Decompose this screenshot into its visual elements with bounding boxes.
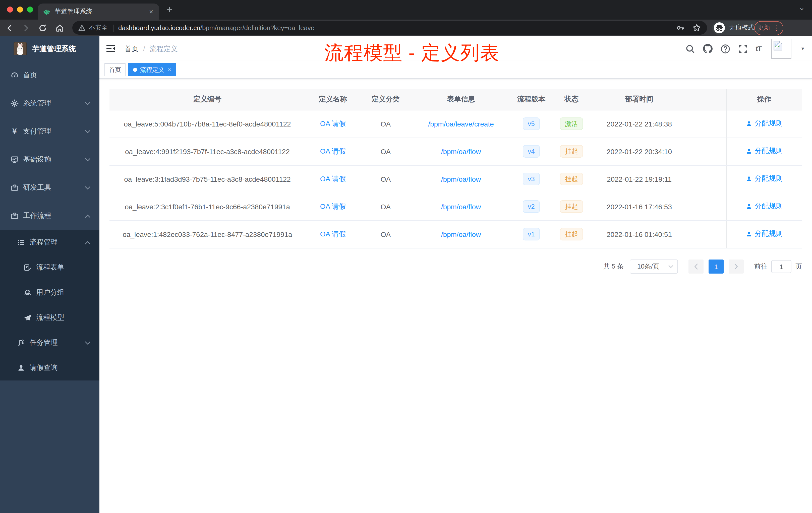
sidebar-collapse-icon[interactable] xyxy=(107,44,116,53)
definition-name-link[interactable]: OA 请假 xyxy=(320,175,346,182)
sidebar-item-label: 研发工具 xyxy=(23,183,51,192)
definition-name-link[interactable]: OA 请假 xyxy=(320,147,346,155)
tab-close-icon[interactable]: × xyxy=(148,8,154,15)
definition-name-link[interactable]: OA 请假 xyxy=(320,202,346,210)
goto-page: 前往 页 xyxy=(754,260,802,273)
sidebar-item-process-model[interactable]: 流程模型 xyxy=(0,305,99,330)
bookmark-star-icon[interactable] xyxy=(693,24,701,32)
avatar-caret-icon[interactable]: ▼ xyxy=(801,46,805,51)
sidebar-item-home[interactable]: 首页 xyxy=(0,61,99,89)
sidebar-item-payment[interactable]: ¥ 支付管理 xyxy=(0,117,99,146)
active-dot xyxy=(133,68,137,72)
cell-definition-id: oa_leave:3:1fad3d93-7b75-11ec-a3c8-acde4… xyxy=(110,165,305,193)
tag-process-definition[interactable]: 流程定义 × xyxy=(128,63,176,76)
sidebar-item-label: 工作流程 xyxy=(23,211,51,220)
table-row: oa_leave:3:1fad3d93-7b75-11ec-a3c8-acde4… xyxy=(110,165,802,193)
assign-rule-button[interactable]: 分配规则 xyxy=(746,230,783,239)
goto-label: 前往 xyxy=(754,262,767,271)
col-definition-name: 定义名称 xyxy=(305,89,360,110)
table-row: oa_leave:4:991f2193-7b7f-11ec-a3c8-acde4… xyxy=(110,138,802,165)
assign-rule-button[interactable]: 分配规则 xyxy=(746,202,783,211)
page-number-current[interactable]: 1 xyxy=(708,260,724,274)
sidebar-item-process-management[interactable]: 流程管理 xyxy=(0,230,99,255)
version-tag: v2 xyxy=(523,200,540,213)
prev-page-button[interactable] xyxy=(689,260,703,274)
assign-rule-button[interactable]: 分配规则 xyxy=(746,119,783,128)
cell-category: OA xyxy=(360,165,411,193)
definition-name-link[interactable]: OA 请假 xyxy=(320,119,346,127)
cell-deploy-time: 2022-01-22 21:48:38 xyxy=(591,110,687,138)
sidebar-item-process-form[interactable]: 流程表单 xyxy=(0,255,99,280)
assign-rule-button[interactable]: 分配规则 xyxy=(746,175,783,183)
password-key-icon[interactable] xyxy=(676,24,685,32)
new-tab-button[interactable]: + xyxy=(167,4,172,15)
github-icon[interactable] xyxy=(703,44,713,54)
form-link[interactable]: /bpm/oa/flow xyxy=(441,230,481,238)
page-size-select[interactable]: 10条/页 xyxy=(630,260,678,274)
goto-page-input[interactable] xyxy=(771,260,791,273)
tag-home[interactable]: 首页 xyxy=(105,63,125,76)
tab-search-icon[interactable]: ⌄ xyxy=(799,3,805,12)
avatar[interactable] xyxy=(771,39,791,59)
chevron-down-icon xyxy=(85,186,90,189)
table-row: oa_leave:5:004b710b-7b8a-11ec-8ef0-acde4… xyxy=(110,110,802,138)
form-link[interactable]: /bpm/oa/flow xyxy=(441,203,481,211)
goto-unit-label: 页 xyxy=(795,262,802,271)
sidebar-item-system[interactable]: 系统管理 xyxy=(0,89,99,117)
home-button[interactable] xyxy=(55,24,65,33)
sidebar-item-task-management[interactable]: 任务管理 xyxy=(0,330,99,355)
breadcrumb-home[interactable]: 首页 xyxy=(124,45,139,54)
forward-button[interactable] xyxy=(22,24,32,33)
form-link[interactable]: /bpm/oa/flow xyxy=(441,175,481,183)
sidebar-item-infrastructure[interactable]: 基础设施 xyxy=(0,146,99,174)
tag-close-icon[interactable]: × xyxy=(168,66,171,73)
version-tag: v3 xyxy=(523,173,540,185)
dashboard-icon xyxy=(10,71,19,79)
cell-definition-id: oa_leave:5:004b710b-7b8a-11ec-8ef0-acde4… xyxy=(110,110,305,138)
security-warning-icon xyxy=(78,25,85,31)
browser-menu-icon[interactable]: ⋮ xyxy=(773,24,780,32)
fullscreen-icon[interactable] xyxy=(738,44,748,54)
security-label[interactable]: 不安全 xyxy=(89,24,108,32)
close-window-button[interactable] xyxy=(7,6,13,12)
reload-button[interactable] xyxy=(38,24,48,33)
chevron-up-icon xyxy=(85,241,90,244)
logo-avatar xyxy=(13,42,27,55)
status-badge: 挂起 xyxy=(560,173,583,185)
help-icon[interactable] xyxy=(721,44,730,54)
sidebar-logo[interactable]: 芋道管理系统 xyxy=(0,36,99,61)
window-controls[interactable] xyxy=(7,6,33,12)
search-icon[interactable] xyxy=(686,44,695,54)
sidebar-item-leave-query[interactable]: 请假查询 xyxy=(0,355,99,381)
version-tag: v4 xyxy=(523,145,540,158)
browser-tab[interactable]: 芋道管理系统 × xyxy=(38,3,159,20)
back-button[interactable] xyxy=(5,24,15,33)
url-bar[interactable]: 不安全 dashboard.yudao.iocoder.cn/bpm/manag… xyxy=(72,21,707,35)
chevron-up-icon xyxy=(85,214,90,218)
yen-icon: ¥ xyxy=(10,127,19,135)
form-edit-icon xyxy=(24,264,32,272)
table-row: oa_leave:1:482ec033-762a-11ec-8477-a2380… xyxy=(110,220,802,248)
font-size-icon[interactable]: tT xyxy=(756,45,761,53)
url-host: dashboard.yudao.iocoder.cn xyxy=(118,24,200,32)
breadcrumb: 首页 / 流程定义 xyxy=(124,45,178,54)
sidebar-item-dev-tools[interactable]: 研发工具 xyxy=(0,174,99,202)
minimize-window-button[interactable] xyxy=(17,6,23,12)
breadcrumb-separator: / xyxy=(143,45,145,54)
browser-update-button[interactable]: 更新 ⋮ xyxy=(754,21,783,35)
next-page-button[interactable] xyxy=(729,260,744,274)
cell-deploy-time: 2022-01-22 20:34:10 xyxy=(591,138,687,165)
tree-table-icon xyxy=(17,238,25,246)
definition-name-link[interactable]: OA 请假 xyxy=(320,230,346,238)
sidebar-item-workflow[interactable]: 工作流程 xyxy=(0,202,99,230)
assign-rule-button[interactable]: 分配规则 xyxy=(746,147,783,156)
user-icon xyxy=(17,364,25,372)
form-link[interactable]: /bpm/oa/leave/create xyxy=(428,120,494,128)
sidebar-item-user-group[interactable]: 用户分组 xyxy=(0,280,99,305)
zoom-window-button[interactable] xyxy=(27,6,33,12)
main-area: 首页 / 流程定义 流程模型 - 定义列表 tT xyxy=(99,36,812,513)
definition-table: 定义编号 定义名称 定义分类 表单信息 流程版本 状态 部署时间 操作 oa_l… xyxy=(110,89,802,248)
form-link[interactable]: /bpm/oa/flow xyxy=(441,147,481,155)
org-tree-icon xyxy=(17,339,25,347)
update-label[interactable]: 更新 xyxy=(758,24,770,32)
